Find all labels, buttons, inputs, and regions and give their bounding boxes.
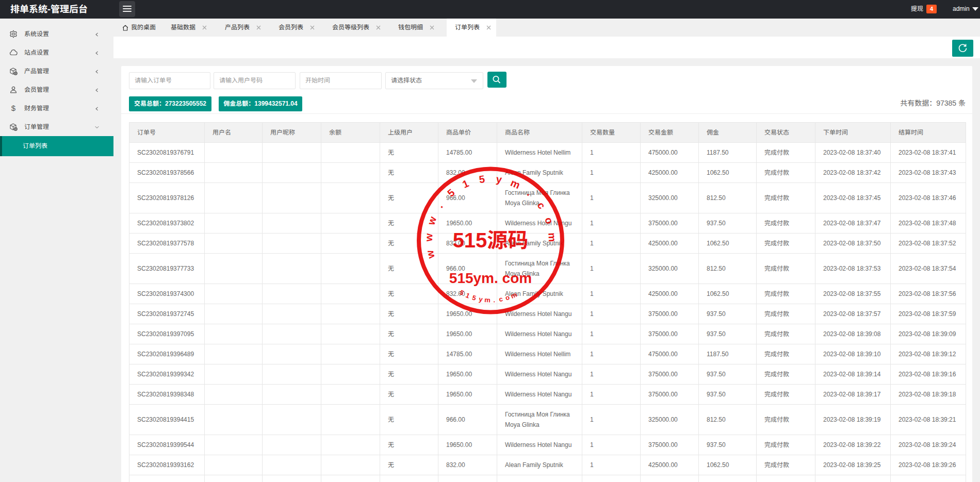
svg-text:m: m bbox=[509, 177, 522, 191]
svg-text:5: 5 bbox=[445, 187, 457, 199]
svg-text:1: 1 bbox=[465, 291, 471, 300]
svg-text:o: o bbox=[543, 215, 556, 225]
svg-text:.: . bbox=[493, 296, 496, 304]
svg-text:c: c bbox=[535, 200, 547, 211]
svg-text:w: w bbox=[423, 233, 435, 242]
svg-text:5: 5 bbox=[458, 288, 465, 297]
svg-text:y: y bbox=[495, 173, 503, 185]
svg-text:o: o bbox=[504, 293, 511, 302]
svg-text:m: m bbox=[484, 296, 491, 304]
svg-text:m: m bbox=[546, 232, 558, 242]
svg-text:.: . bbox=[434, 201, 445, 210]
svg-text:.: . bbox=[525, 188, 534, 198]
svg-text:$: $ bbox=[11, 104, 16, 112]
svg-text:w: w bbox=[424, 249, 437, 260]
svg-text:515ym. com: 515ym. com bbox=[449, 270, 532, 286]
svg-text:5: 5 bbox=[471, 293, 477, 302]
svg-text:m: m bbox=[510, 291, 518, 300]
svg-text:c: c bbox=[498, 295, 503, 303]
svg-text:515源码: 515源码 bbox=[453, 229, 529, 252]
svg-text:w: w bbox=[425, 215, 438, 227]
svg-text:y: y bbox=[478, 295, 483, 303]
svg-text:1: 1 bbox=[461, 177, 470, 190]
svg-text:5: 5 bbox=[478, 173, 485, 185]
